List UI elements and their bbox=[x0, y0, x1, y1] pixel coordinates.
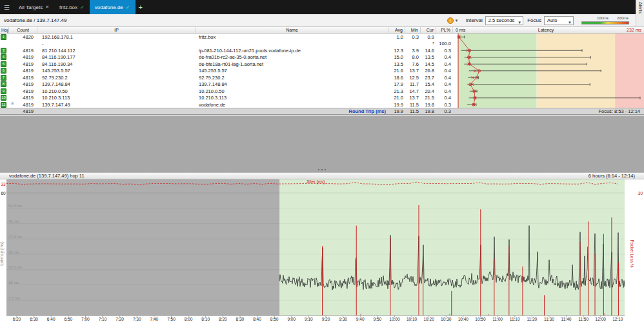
cell-avg: 15.0 bbox=[388, 54, 405, 61]
cell-name: vodafone.de bbox=[196, 101, 388, 108]
focus-range-text: Focus: 8:53 - 12:14 bbox=[453, 108, 644, 114]
cell-hop: 5 bbox=[0, 61, 9, 68]
hop-number-badge: 7 bbox=[1, 75, 6, 81]
tab-vodafone-de[interactable]: vodafone.de ✓ bbox=[90, 0, 136, 14]
latency-gradient-bar bbox=[581, 21, 629, 25]
cell-count: 4819 bbox=[9, 95, 37, 102]
cell-ip: - bbox=[37, 41, 196, 48]
cell-count: 4819 bbox=[9, 61, 37, 68]
svg-text:10:40: 10:40 bbox=[458, 317, 469, 321]
svg-text:Packet Loss %: Packet Loss % bbox=[630, 240, 634, 268]
cell-min: 14.7 bbox=[405, 88, 421, 95]
svg-text:7:20: 7:20 bbox=[116, 317, 124, 321]
tab-all-targets[interactable]: All Targets ✕ bbox=[14, 0, 54, 14]
svg-text:37.5 ms: 37.5 ms bbox=[8, 235, 22, 239]
column-header-name[interactable]: Name bbox=[196, 27, 388, 33]
cell-ip: 192.168.178.1 bbox=[37, 34, 196, 41]
svg-text:6:20: 6:20 bbox=[13, 317, 21, 321]
splitter-handle[interactable] bbox=[0, 168, 644, 172]
cell-count: 4819 bbox=[9, 47, 37, 54]
close-icon[interactable]: ✕ bbox=[45, 5, 49, 10]
column-header-latency[interactable]: 0 ms Latency 232 ms bbox=[453, 27, 644, 33]
cell-count: 4819 bbox=[9, 81, 37, 88]
tab-fritz-box[interactable]: fritz.box ✓ bbox=[54, 0, 90, 14]
chevron-down-icon[interactable]: ▼ bbox=[455, 19, 459, 23]
svg-text:33: 33 bbox=[1, 182, 6, 186]
cell-pl: 0.4 bbox=[436, 74, 453, 81]
round-trip-summary-row: 4819 Round Trip (ms) 19.9 11.5 19.8 0.3 … bbox=[0, 108, 644, 115]
cell-count: 4819 bbox=[9, 74, 37, 81]
cell-cur: 19.8 bbox=[421, 101, 436, 108]
column-header-count[interactable]: Count bbox=[9, 27, 37, 33]
timeline-chart[interactable]: 52.5 ms45 ms37.5 ms30 ms22.5 ms15 ms7.5 … bbox=[0, 179, 644, 322]
table-header-row: Hop Count IP Name Avg Min Cur PL% 0 ms L… bbox=[0, 27, 644, 34]
interval-value: 2.5 seconds bbox=[488, 17, 514, 23]
svg-text:10:50: 10:50 bbox=[475, 317, 486, 321]
cell-hop: 9 bbox=[0, 88, 9, 95]
latency-scale-max: 232 ms bbox=[627, 28, 641, 32]
cell-name: 139.7.148.84 bbox=[196, 81, 388, 88]
alerts-side-tab[interactable]: Alerts bbox=[636, 0, 644, 27]
cell-pl: 100.0 bbox=[436, 41, 453, 48]
cell-pl: 0.4 bbox=[436, 95, 453, 102]
column-header-min[interactable]: Min bbox=[405, 27, 421, 33]
alert-status-icon[interactable]: ! bbox=[447, 17, 454, 24]
cell-ip: 10.210.0.50 bbox=[37, 88, 196, 95]
cell-cur: 14.5 bbox=[421, 61, 436, 68]
svg-text:10:00: 10:00 bbox=[389, 317, 400, 321]
cell-name: 92.79.230.2 bbox=[196, 74, 388, 81]
cell-pl: 0.4 bbox=[436, 54, 453, 61]
new-tab-button[interactable]: + bbox=[139, 3, 143, 11]
cell-min: 11.7 bbox=[405, 81, 421, 88]
tab-label: All Targets bbox=[19, 5, 43, 10]
focus-select[interactable]: Auto ▼ bbox=[544, 16, 574, 25]
svg-text:11:30: 11:30 bbox=[544, 317, 554, 321]
empty-panel-area bbox=[0, 116, 644, 172]
cell-count: 4819 bbox=[9, 88, 37, 95]
column-header-hop[interactable]: Hop bbox=[0, 27, 9, 33]
cell-hop: 1 bbox=[0, 34, 9, 41]
latency-range-chart bbox=[453, 34, 644, 108]
cell-min: 12.5 bbox=[405, 74, 421, 81]
cell-avg: 21.6 bbox=[388, 68, 405, 75]
cell-cur: 15.4 bbox=[421, 81, 436, 88]
svg-text:11:50: 11:50 bbox=[578, 317, 589, 321]
cell-avg: 1.0 bbox=[388, 34, 405, 41]
cell-pl bbox=[436, 34, 453, 41]
check-icon: ✓ bbox=[80, 5, 85, 10]
cell-name: ip-081-210-144-112.um21.pools.vodafone-i… bbox=[196, 47, 388, 54]
interval-select[interactable]: 2.5 seconds ▼ bbox=[485, 16, 523, 25]
cell-ip: 84.116.190.177 bbox=[37, 54, 196, 61]
hop-number-badge: 5 bbox=[1, 61, 6, 67]
svg-text:10:10: 10:10 bbox=[407, 317, 418, 321]
cell-name: fritz.box bbox=[196, 34, 388, 41]
svg-text:7.5 ms: 7.5 ms bbox=[8, 296, 20, 300]
cell-hop: 3 bbox=[0, 47, 9, 54]
column-header-avg[interactable]: Avg bbox=[388, 27, 405, 33]
column-header-pl[interactable]: PL% bbox=[436, 27, 453, 33]
svg-text:22.5 ms: 22.5 ms bbox=[8, 265, 22, 269]
round-trip-label: Round Trip (ms) bbox=[196, 108, 388, 114]
svg-text:8:10: 8:10 bbox=[201, 317, 210, 321]
hop-number-badge: 6 bbox=[1, 68, 6, 74]
column-header-ip[interactable]: IP bbox=[37, 27, 196, 33]
svg-text:11:40: 11:40 bbox=[561, 317, 572, 321]
timeline-svg: 52.5 ms45 ms37.5 ms30 ms22.5 ms15 ms7.5 … bbox=[0, 179, 644, 322]
timeline-title: vodafone.de (139.7.147.49) hop 11 bbox=[9, 173, 85, 179]
cell-min: 0.3 bbox=[405, 34, 421, 41]
interval-label: Interval bbox=[466, 17, 483, 23]
hop-number-badge: 1 bbox=[1, 34, 6, 40]
cell-count: 4819 bbox=[9, 54, 37, 61]
svg-text:10:20: 10:20 bbox=[423, 317, 434, 321]
hamburger-menu-icon[interactable]: ☰ bbox=[4, 4, 10, 11]
timeline-header: vodafone.de (139.7.147.49) hop 11 6 hour… bbox=[0, 172, 644, 179]
summary-avg: 19.9 bbox=[388, 108, 405, 114]
hop-number-badge: 10 bbox=[1, 95, 6, 101]
summary-cur: 19.8 bbox=[421, 108, 436, 114]
cell-ip: 145.253.5.57 bbox=[37, 68, 196, 75]
column-header-cur[interactable]: Cur bbox=[421, 27, 436, 33]
cell-pl: 0.4 bbox=[436, 88, 453, 95]
tab-bar: ☰ All Targets ✕ fritz.box ✓ vodafone.de … bbox=[0, 0, 636, 14]
cell-count: ılı4819 bbox=[9, 101, 37, 108]
svg-text:8:50: 8:50 bbox=[270, 317, 279, 321]
